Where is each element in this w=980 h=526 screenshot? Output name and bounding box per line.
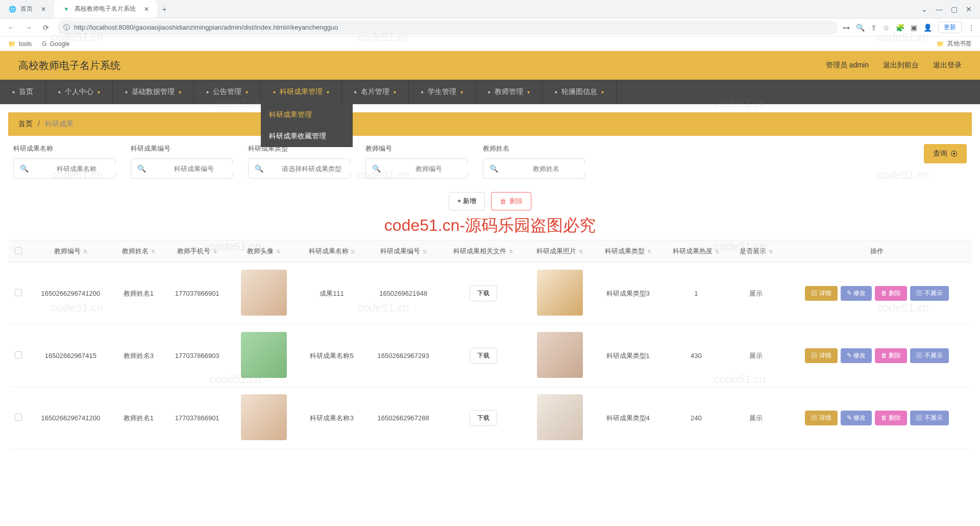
back-icon[interactable]: ← xyxy=(5,21,17,34)
bookmark-tools[interactable]: 📁 tools xyxy=(8,40,32,47)
filter-teacher_code-input[interactable] xyxy=(386,165,472,173)
search-icon: 🔍 xyxy=(489,164,498,173)
close-icon[interactable]: ✕ xyxy=(41,6,46,13)
filter-label: 科研成果名称 xyxy=(13,144,115,153)
avatar-img[interactable] xyxy=(241,394,287,440)
folder-icon: 📁 xyxy=(8,40,16,47)
hide-button[interactable]: ▤ 不展示 xyxy=(910,411,948,425)
maximize-icon[interactable]: ▢ xyxy=(951,5,958,13)
hide-button[interactable]: ▤ 不展示 xyxy=(910,286,948,301)
reload-icon[interactable]: ⟳ xyxy=(40,21,52,34)
nav-item-2[interactable]: ▪基础数据管理▾ xyxy=(113,80,194,104)
user-icon: ▪ xyxy=(58,88,61,96)
hide-button[interactable]: ▤ 不展示 xyxy=(910,348,948,363)
nav-label: 首页 xyxy=(19,87,33,97)
th-res_name[interactable]: 科研成果名称 ⇅ xyxy=(298,241,366,262)
th-res_type[interactable]: 科研成果类型 ⇅ xyxy=(594,241,662,262)
detail-button[interactable]: ▤ 详情 xyxy=(805,286,837,301)
minimize-icon[interactable]: — xyxy=(936,5,943,13)
chevron-down-icon: ▾ xyxy=(97,89,100,95)
delete-button[interactable]: 🗑 删除 xyxy=(491,192,531,210)
row-checkbox[interactable] xyxy=(15,414,22,421)
globe-icon: 🌐 xyxy=(8,5,16,13)
checkbox-all[interactable] xyxy=(15,247,22,254)
edit-button[interactable]: ✎ 修改 xyxy=(841,411,872,425)
logout-link[interactable]: 退出登录 xyxy=(933,61,962,70)
folder-icon: 📁 xyxy=(937,40,944,47)
download-button[interactable]: 下载 xyxy=(470,410,497,426)
add-button[interactable]: + 新增 xyxy=(449,192,485,210)
filter-row: 科研成果名称 🔍 科研成果编号 🔍 科研成果类型 🔍 教师编号 🔍 教师姓名 🔍… xyxy=(8,144,972,187)
th-res_code[interactable]: 科研成果编号 ⇅ xyxy=(366,241,441,262)
profile-icon[interactable]: 👤 xyxy=(923,23,932,32)
photo-img[interactable] xyxy=(537,394,583,440)
close-icon[interactable]: ✕ xyxy=(144,6,149,13)
nav-item-0[interactable]: ▪首页 xyxy=(0,80,46,104)
dropdown-item[interactable]: 科研成果管理 xyxy=(261,104,353,126)
avatar-img[interactable] xyxy=(241,332,287,378)
delete-row-button[interactable]: 🗑 删除 xyxy=(875,348,907,363)
nav-item-4[interactable]: ▪科研成果管理▾科研成果管理科研成果收藏管理 xyxy=(261,80,342,104)
filter-label: 教师姓名 xyxy=(483,144,585,153)
dropdown-icon[interactable]: ⌄ xyxy=(921,5,927,13)
nav-item-6[interactable]: ▪学生管理▾ xyxy=(409,80,476,104)
cell-res-photo xyxy=(526,262,594,325)
photo-img[interactable] xyxy=(537,270,583,316)
row-checkbox[interactable] xyxy=(15,289,22,296)
edit-button[interactable]: ✎ 修改 xyxy=(841,348,872,363)
user-icon: ▪ xyxy=(273,88,276,96)
nav-item-5[interactable]: ▪名片管理▾ xyxy=(342,80,409,104)
nav-item-3[interactable]: ▪公告管理▾ xyxy=(194,80,261,104)
forward-icon[interactable]: → xyxy=(22,21,35,34)
main-nav: ▪首页▪个人中心▾▪基础数据管理▾▪公告管理▾▪科研成果管理▾科研成果管理科研成… xyxy=(0,80,980,104)
th-teacher_phone[interactable]: 教师手机号 ⇅ xyxy=(164,241,230,262)
detail-button[interactable]: ▤ 详情 xyxy=(805,348,837,363)
th-teacher_avatar[interactable]: 教师头像 ⇅ xyxy=(230,241,298,262)
new-tab-button[interactable]: + xyxy=(157,5,172,13)
update-button[interactable]: 更新 xyxy=(938,21,962,33)
bookmark-google[interactable]: G Google xyxy=(42,40,69,47)
th-teacher_code[interactable]: 教师编号 ⇅ xyxy=(29,241,113,262)
nav-item-8[interactable]: ▪轮播图信息▾ xyxy=(543,80,617,104)
breadcrumb-home[interactable]: 首页 xyxy=(18,119,33,128)
dropdown-item[interactable]: 科研成果收藏管理 xyxy=(261,126,353,147)
th-teacher_name[interactable]: 教师姓名 ⇅ xyxy=(113,241,164,262)
edit-button[interactable]: ✎ 修改 xyxy=(841,286,872,301)
avatar-img[interactable] xyxy=(241,270,287,316)
panel-icon[interactable]: ▣ xyxy=(911,23,917,32)
filter-name-input[interactable] xyxy=(34,165,119,173)
query-button[interactable]: 查询 ⦿ xyxy=(924,144,967,163)
filter-type-input[interactable] xyxy=(268,165,354,173)
browser-tab[interactable]: 🌐 首页 ✕ xyxy=(0,0,54,18)
key-icon[interactable]: ⊶ xyxy=(843,23,850,32)
th-res_file[interactable]: 科研成果相关文件 ⇅ xyxy=(441,241,526,262)
th-res_heat[interactable]: 科研成果热度 ⇅ xyxy=(662,241,730,262)
filter-teacher_name-input[interactable] xyxy=(503,165,589,173)
logout-front-link[interactable]: 退出到前台 xyxy=(883,61,919,70)
close-window-icon[interactable]: ✕ xyxy=(966,5,972,13)
download-button[interactable]: 下载 xyxy=(470,348,497,364)
cell-avatar xyxy=(230,325,298,387)
nav-item-1[interactable]: ▪个人中心▾ xyxy=(46,80,113,104)
zoom-icon[interactable]: 🔍 xyxy=(856,23,865,32)
delete-row-button[interactable]: 🗑 删除 xyxy=(875,411,907,425)
user-label[interactable]: 管理员 admin xyxy=(826,61,869,70)
cell-res-type: 科研成果类型3 xyxy=(594,262,662,325)
th-is_show[interactable]: 是否展示 ⇅ xyxy=(730,241,782,262)
nav-item-7[interactable]: ▪教师管理▾ xyxy=(476,80,543,104)
share-icon[interactable]: ⇪ xyxy=(871,23,877,32)
th-res_photo[interactable]: 科研成果照片 ⇅ xyxy=(526,241,594,262)
delete-row-button[interactable]: 🗑 删除 xyxy=(875,286,907,301)
menu-icon[interactable]: ⋮ xyxy=(968,23,975,32)
browser-tab-active[interactable]: ▼ 高校教师电子名片系统 ✕ xyxy=(54,0,157,18)
star-icon[interactable]: ☆ xyxy=(883,23,890,32)
row-checkbox[interactable] xyxy=(15,351,22,358)
cell-res-type: 科研成果类型1 xyxy=(594,325,662,387)
extensions-icon[interactable]: 🧩 xyxy=(896,23,904,32)
bookmark-other[interactable]: 📁 其他书签 xyxy=(937,39,972,48)
photo-img[interactable] xyxy=(537,332,583,378)
filter-code-input[interactable] xyxy=(151,165,237,173)
download-button[interactable]: 下载 xyxy=(470,285,497,301)
detail-button[interactable]: ▤ 详情 xyxy=(805,411,837,425)
url-input[interactable]: ⓘ http://localhost:8080/gaoxiaojiaoshidi… xyxy=(57,20,838,35)
